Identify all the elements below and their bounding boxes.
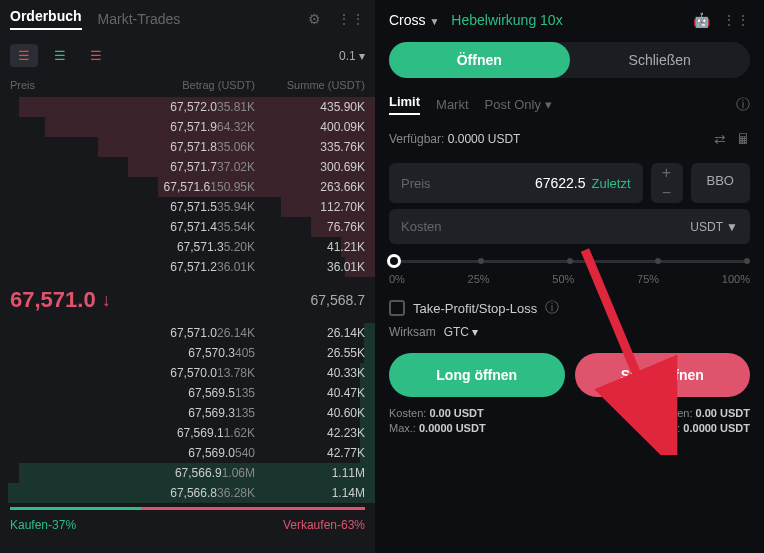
close-position-tab[interactable]: Schließen	[570, 42, 751, 78]
tick-size-selector[interactable]: 0.1 ▾	[339, 49, 365, 63]
depth-buy-bar	[10, 507, 141, 510]
buy-ratio: Kaufen-37%	[10, 518, 76, 532]
orderbook-row[interactable]: 67,569.513540.47K	[0, 383, 375, 403]
more-icon[interactable]: ⋮⋮	[337, 11, 365, 27]
depth-sell-bar	[141, 507, 365, 510]
available-value: 0.0000 USDT	[448, 132, 521, 146]
panel-more-icon[interactable]: ⋮⋮	[722, 12, 750, 28]
price-decrease-button[interactable]: −	[651, 183, 683, 203]
price-last-button[interactable]: Zuletzt	[592, 176, 631, 191]
mark-price: 67,568.7	[311, 292, 366, 308]
orderbook-row[interactable]: 67,571.026.14K26.14K	[0, 323, 375, 343]
orderbook-view-both[interactable]: ☰	[10, 44, 38, 67]
orderbook-view-bids[interactable]: ☰	[46, 44, 74, 67]
sell-ratio: Verkaufen-63%	[283, 518, 365, 532]
tpsl-checkbox[interactable]	[389, 300, 405, 316]
open-position-tab[interactable]: Öffnen	[389, 42, 570, 78]
slider-thumb[interactable]	[387, 254, 401, 268]
orderbook-row[interactable]: 67,570.013.78K40.33K	[0, 363, 375, 383]
transfer-icon[interactable]: ⇄	[714, 131, 726, 147]
orderbook-row[interactable]: 67,572.035.81K435.90K	[0, 97, 375, 117]
available-label: Verfügbar:	[389, 132, 444, 146]
settings-icon[interactable]: ⚙	[308, 11, 321, 27]
time-in-force-label: Wirksam	[389, 325, 436, 339]
orderbook-row[interactable]: 67,571.236.01K36.01K	[0, 257, 375, 277]
open-short-button[interactable]: Short öffnen	[575, 353, 751, 397]
calculator-icon[interactable]: 🖩	[736, 131, 750, 147]
orderbook-row[interactable]: 67,570.340526.55K	[0, 343, 375, 363]
leverage-selector[interactable]: Hebelwirkung 10x	[451, 12, 562, 28]
orderbook-row[interactable]: 67,571.35.20K41.21K	[0, 237, 375, 257]
cost-input[interactable]: Kosten USDT ▼	[389, 209, 750, 244]
time-in-force-selector[interactable]: GTC ▾	[444, 325, 479, 339]
bbo-button[interactable]: BBO	[691, 163, 750, 203]
orderbook-view-asks[interactable]: ☰	[82, 44, 110, 67]
orderbook-row[interactable]: 67,571.535.94K112.70K	[0, 197, 375, 217]
orderbook-row[interactable]: 67,569.313540.60K	[0, 403, 375, 423]
cost-unit-selector[interactable]: USDT ▼	[690, 220, 738, 234]
price-direction-icon: ↓	[102, 290, 111, 311]
price-input[interactable]: Preis 67622.5 Zuletzt	[389, 163, 643, 203]
orderbook-row[interactable]: 67,566.836.28K1.14M	[0, 483, 375, 503]
order-type-market[interactable]: Markt	[436, 97, 469, 112]
orderbook-row[interactable]: 67,566.91.06M1.11M	[0, 463, 375, 483]
tab-orderbook[interactable]: Orderbuch	[10, 8, 82, 30]
info-icon[interactable]: ⓘ	[736, 96, 750, 114]
last-price: 67,571.0	[10, 287, 96, 313]
col-price: Preis	[10, 79, 90, 91]
orderbook-row[interactable]: 67,569.054042.77K	[0, 443, 375, 463]
orderbook-row[interactable]: 67,569.11.62K42.23K	[0, 423, 375, 443]
orderbook-row[interactable]: 67,571.737.02K300.69K	[0, 157, 375, 177]
orderbook-row[interactable]: 67,571.6150.95K263.66K	[0, 177, 375, 197]
amount-slider[interactable]	[389, 260, 750, 263]
col-total: Summe (USDT)	[255, 79, 365, 91]
tab-trades[interactable]: Markt-Trades	[98, 11, 181, 27]
col-amount: Betrag (USDT)	[90, 79, 255, 91]
price-increase-button[interactable]: +	[651, 163, 683, 183]
tpsl-label: Take-Profit/Stop-Loss	[413, 301, 537, 316]
orderbook-row[interactable]: 67,571.964.32K400.09K	[0, 117, 375, 137]
orderbook-row[interactable]: 67,571.435.54K76.76K	[0, 217, 375, 237]
margin-mode-selector[interactable]: Cross ▼	[389, 12, 439, 28]
order-type-limit[interactable]: Limit	[389, 94, 420, 115]
order-type-postonly[interactable]: Post Only ▾	[485, 97, 552, 112]
tpsl-info-icon[interactable]: ⓘ	[545, 299, 559, 317]
orderbook-row[interactable]: 67,571.835.06K335.76K	[0, 137, 375, 157]
open-long-button[interactable]: Long öffnen	[389, 353, 565, 397]
bot-icon[interactable]: 🤖	[693, 12, 710, 28]
